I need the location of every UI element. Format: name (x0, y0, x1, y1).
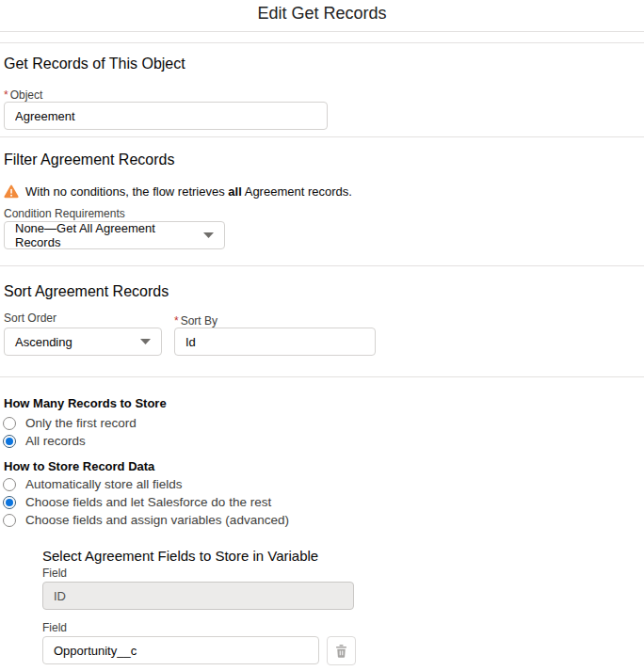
sort-by-input[interactable] (174, 328, 376, 356)
delete-field-button[interactable] (327, 636, 356, 665)
sort-order-label: Sort Order (4, 312, 56, 325)
radio-selected-icon[interactable] (3, 435, 16, 448)
field-label-2: Field (42, 621, 67, 634)
header-divider (0, 31, 644, 32)
object-input[interactable] (4, 102, 328, 130)
chevron-down-icon (203, 232, 214, 238)
section-divider-1 (0, 136, 644, 137)
radio-unselected-icon[interactable] (3, 514, 16, 527)
filter-section-heading: Filter Agreement Records (4, 152, 174, 168)
warning-text: With no conditions, the flow retrieves a… (25, 184, 352, 199)
how-many-records-label: How Many Records to Store (4, 396, 167, 410)
radio-unselected-icon[interactable] (3, 417, 16, 430)
radio-unselected-icon[interactable] (3, 478, 16, 491)
radio-label: Choose fields and let Salesforce do the … (25, 495, 271, 509)
condition-requirements-select[interactable]: None—Get All Agreement Records (4, 221, 225, 249)
warning-triangle-icon (4, 184, 19, 199)
radio-selected-icon[interactable] (3, 496, 16, 509)
content-top-divider (0, 42, 644, 43)
page-title: Edit Get Records (0, 4, 644, 24)
radio-label: All records (25, 434, 86, 448)
how-to-store-label: How to Store Record Data (4, 459, 154, 473)
section-divider-3 (0, 376, 644, 377)
select-fields-heading: Select Agreement Fields to Store in Vari… (42, 548, 318, 564)
section-divider-2 (0, 265, 644, 266)
no-conditions-warning: With no conditions, the flow retrieves a… (4, 184, 352, 199)
condition-requirements-value: None—Get All Agreement Records (15, 221, 203, 249)
field-label-1: Field (42, 567, 67, 580)
sort-by-label: *Sort By (174, 312, 217, 328)
object-field-label: *Object (4, 86, 42, 103)
required-asterisk: * (4, 88, 8, 102)
chevron-down-icon (140, 339, 151, 344)
radio-label: Choose fields and assign variables (adva… (25, 513, 289, 527)
radio-all-records[interactable]: All records (3, 434, 86, 448)
field-input-opportunity[interactable] (42, 636, 319, 664)
trash-icon (335, 645, 347, 658)
object-section-heading: Get Records of This Object (4, 56, 185, 72)
radio-automatically-store-all-fields[interactable]: Automatically store all fields (3, 477, 183, 491)
radio-only-first-record[interactable]: Only the first record (3, 416, 137, 430)
field-input-id (42, 582, 354, 610)
sort-order-select[interactable]: Ascending (4, 328, 162, 356)
radio-label: Only the first record (25, 416, 137, 430)
required-asterisk: * (174, 314, 179, 328)
radio-choose-fields-salesforce[interactable]: Choose fields and let Salesforce do the … (3, 495, 271, 509)
condition-requirements-label: Condition Requirements (4, 207, 125, 220)
radio-choose-fields-advanced[interactable]: Choose fields and assign variables (adva… (3, 513, 289, 527)
sort-order-value: Ascending (15, 335, 72, 349)
sort-section-heading: Sort Agreement Records (4, 283, 169, 300)
radio-label: Automatically store all fields (25, 477, 183, 491)
